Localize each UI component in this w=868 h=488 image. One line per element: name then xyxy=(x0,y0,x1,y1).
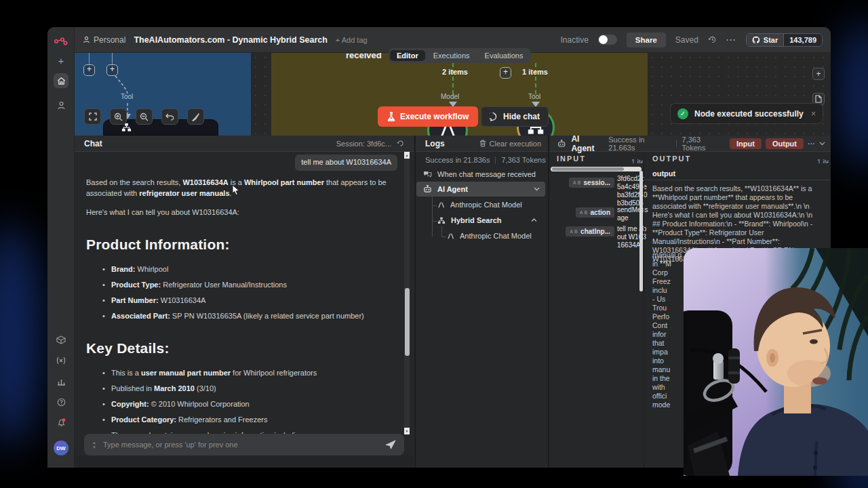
webcam-overlay xyxy=(684,248,868,476)
chat-input[interactable]: ▲▼ Type message, or press 'up' for prev … xyxy=(84,434,404,455)
detail-token-count: 7,363 Tokens xyxy=(682,136,724,152)
input-view-button[interactable]: Input xyxy=(730,138,762,149)
user-message-bubble: tell me about W10316634A xyxy=(295,155,397,171)
document-icon xyxy=(815,95,822,103)
log-row-chat-trigger[interactable]: When chat message received xyxy=(423,167,544,182)
logs-success-time: Success in 21.836s xyxy=(425,156,490,164)
workflow-title[interactable]: TheAIAutomators.com - Dynamic Hybrid Sea… xyxy=(134,35,327,45)
session-reset-icon[interactable] xyxy=(397,140,404,147)
add-node-button[interactable]: + xyxy=(106,64,118,76)
tab-executions[interactable]: Executions xyxy=(427,50,477,61)
share-button[interactable]: Share xyxy=(627,33,666,47)
execute-workflow-button[interactable]: Execute workflow xyxy=(378,106,478,127)
desktop-glow-right-top xyxy=(837,20,868,169)
chevron-down-icon[interactable] xyxy=(534,187,540,191)
add-workflow-button[interactable]: + xyxy=(54,53,68,68)
detail-more-icon[interactable]: ··· xyxy=(808,140,815,148)
flask-icon xyxy=(387,112,395,121)
log-row-label: When chat message received xyxy=(437,170,536,178)
sidebar-item-help[interactable] xyxy=(54,394,68,409)
add-tag-button[interactable]: + Add tag xyxy=(336,36,368,44)
breadcrumb[interactable]: Personal xyxy=(83,35,125,45)
input-v-scrollbar[interactable] xyxy=(639,171,643,291)
input-h-scrollbar[interactable] xyxy=(551,167,642,171)
history-icon[interactable] xyxy=(708,35,717,44)
github-star-count: 143,789 xyxy=(783,34,822,46)
key-details-list: This is a user manual part number for Wh… xyxy=(86,368,397,434)
chat-input-placeholder: Type message, or press 'up' for prev one xyxy=(103,441,238,449)
execute-workflow-label: Execute workflow xyxy=(400,112,469,121)
input-item-count: 1 item xyxy=(631,159,643,163)
items-count-left: 2 items xyxy=(442,68,468,76)
tab-evaluations[interactable]: Evaluations xyxy=(478,50,530,61)
field-key-pill[interactable]: A Baction xyxy=(576,207,614,218)
toast-notification: ✓ Node executed successfully × xyxy=(670,103,823,124)
tree-connector xyxy=(432,236,433,237)
scroll-up-arrow[interactable]: ▲ xyxy=(404,152,410,159)
add-node-button[interactable]: + xyxy=(83,64,95,76)
undo-button[interactable] xyxy=(161,108,178,125)
mouse-cursor xyxy=(232,184,240,196)
collapse-chevron-icon[interactable] xyxy=(819,142,825,146)
log-row-anthropic-model-2[interactable]: Anthropic Chat Model xyxy=(447,228,544,243)
output-view-button[interactable]: Output xyxy=(766,138,804,149)
log-row-ai-agent[interactable]: AI Agent xyxy=(416,182,545,197)
output-item-count: 1 item xyxy=(817,159,829,163)
chat-trigger-icon xyxy=(423,171,432,178)
output-section-header: OUTPUT xyxy=(652,155,691,163)
field-key-pill[interactable]: A Bsessio... xyxy=(569,178,614,188)
sidebar-item-insights[interactable] xyxy=(54,374,68,389)
scrollbar-thumb[interactable] xyxy=(405,288,410,356)
divider xyxy=(676,140,677,147)
clear-execution-button[interactable]: Clear execution xyxy=(479,140,541,148)
sidebar-item-variables[interactable] xyxy=(54,353,68,368)
toast-close-icon[interactable]: × xyxy=(811,109,816,119)
github-star-badge[interactable]: Star 143,789 xyxy=(746,33,823,47)
stepper-down-icon: ▼ xyxy=(92,445,96,449)
chevron-up-icon[interactable] xyxy=(531,218,537,222)
zoom-in-button[interactable] xyxy=(110,108,127,125)
github-icon xyxy=(752,36,760,44)
active-toggle[interactable] xyxy=(598,35,617,45)
tidy-up-button[interactable] xyxy=(187,108,204,125)
log-row-hybrid-search[interactable]: Hybrid Search xyxy=(437,213,544,228)
chat-scrollbar[interactable]: ▲ ▼ xyxy=(404,152,410,434)
list-item: Associated Part: SP PN W10316635A (likel… xyxy=(102,311,397,322)
breadcrumb-label: Personal xyxy=(94,35,125,45)
saved-status: Saved xyxy=(675,35,698,45)
chat-panel-header: Chat Session: 3fd6c... xyxy=(75,136,414,152)
logs-token-count: 7,363 Tokens xyxy=(501,156,545,164)
input-stepper[interactable]: ▲▼ xyxy=(92,441,96,449)
log-row-anthropic-model-1[interactable]: Anthropic Chat Model xyxy=(437,197,544,212)
sidebar-item-home[interactable] xyxy=(54,73,68,88)
send-button[interactable] xyxy=(385,440,396,449)
user-avatar[interactable]: DW xyxy=(54,441,68,455)
sidebar-item-notifications[interactable] xyxy=(54,415,68,430)
list-item: Published in March 2010 (3/10) xyxy=(102,384,397,394)
more-menu-icon[interactable]: ··· xyxy=(726,35,736,45)
canvas-background xyxy=(251,53,271,136)
canvas-add-button[interactable]: + xyxy=(812,68,825,80)
sidebar-item-personal[interactable] xyxy=(54,98,68,113)
field-key-pill[interactable]: A BchatInp... xyxy=(566,226,614,237)
tree-connector xyxy=(441,237,446,237)
scroll-down-arrow[interactable]: ▼ xyxy=(404,428,410,434)
sidebar-item-templates[interactable] xyxy=(54,332,68,347)
trash-icon xyxy=(479,140,486,147)
tab-editor[interactable]: Editor xyxy=(390,50,425,61)
list-item: Product Category: Refrigerators and Free… xyxy=(102,415,397,426)
hide-chat-button[interactable]: Hide chat xyxy=(481,106,549,127)
sidebar: + DW xyxy=(47,27,75,468)
zoom-out-button[interactable] xyxy=(136,108,153,125)
product-info-list: Brand: Whirlpool Product Type: Refrigera… xyxy=(86,264,397,322)
assistant-message: Based on the search results, W10316634A … xyxy=(86,178,397,434)
logs-summary: Success in 21.836s 7,363 Tokens xyxy=(416,153,548,167)
chat-bubble-icon xyxy=(490,113,498,121)
scrollbar-thumb[interactable] xyxy=(552,167,624,171)
zoom-to-fit-button[interactable] xyxy=(84,108,101,125)
list-item: Part Number: W10316634A xyxy=(102,296,397,306)
add-node-button[interactable]: + xyxy=(500,67,511,79)
tree-connector xyxy=(432,221,437,222)
person-icon xyxy=(83,36,90,43)
output-column-label: output xyxy=(652,169,675,178)
